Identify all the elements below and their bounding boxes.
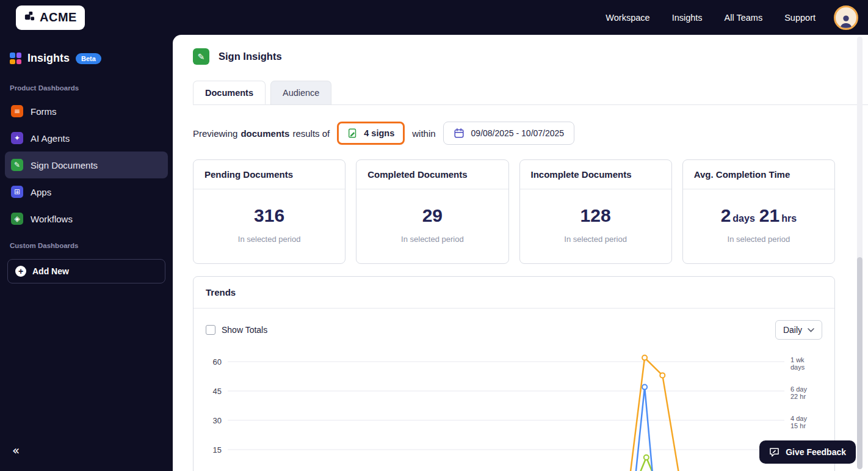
stat-title: Completed Documents: [356, 160, 508, 189]
svg-text:60: 60: [213, 357, 222, 367]
apps-icon: ⊞: [11, 186, 23, 198]
ai-agents-icon: ✦: [11, 132, 23, 144]
stat-caption: In selected period: [688, 235, 830, 244]
plus-icon: +: [15, 266, 26, 277]
sidebar-header: Insights Beta: [0, 35, 173, 75]
add-new-button[interactable]: + Add New: [7, 259, 165, 283]
person-icon: [838, 13, 854, 28]
stat-caption: In selected period: [198, 235, 340, 244]
signs-filter[interactable]: 4 signs: [337, 122, 405, 145]
acme-logo-icon: [24, 10, 35, 24]
stat-title: Avg. Completion Time: [683, 160, 834, 189]
forms-icon: ≡: [11, 105, 23, 117]
tab-audience[interactable]: Audience: [270, 81, 331, 104]
nav-all-teams[interactable]: All Teams: [725, 13, 763, 23]
svg-text:15: 15: [213, 445, 222, 455]
stat-value: 29: [361, 206, 503, 225]
chevron-down-icon: [808, 328, 814, 332]
preview-bold-word: documents: [241, 128, 289, 139]
stat-value: 2days21hrs: [688, 206, 830, 225]
sign-insights-icon: ✎: [193, 48, 209, 65]
sidebar-title: Insights: [27, 52, 70, 65]
preview-suffix: results of: [292, 128, 330, 139]
stat-card-pending: Pending Documents 316 In selected period: [193, 159, 345, 264]
svg-text:30: 30: [213, 416, 222, 425]
show-totals-toggle[interactable]: Show Totals: [206, 325, 267, 335]
date-range-picker[interactable]: 09/08/2025 - 10/07/2025: [443, 122, 575, 145]
sidebar-nav: ≡ Forms ✦ AI Agents ✎ Sign Documents ⊞ A…: [0, 98, 173, 232]
feedback-label: Give Feedback: [786, 447, 846, 457]
svg-text:6 day22 hr: 6 day22 hr: [790, 385, 807, 400]
date-range-label: 09/08/2025 - 10/07/2025: [471, 128, 565, 138]
nav-insights[interactable]: Insights: [672, 13, 703, 23]
stat-card-avg-completion: Avg. Completion Time 2days21hrs In selec…: [682, 159, 835, 264]
show-totals-label: Show Totals: [222, 325, 267, 335]
calendar-icon: [454, 128, 465, 139]
collapse-sidebar-button[interactable]: «: [12, 443, 20, 458]
add-new-label: Add New: [32, 266, 69, 276]
stat-value: 316: [198, 206, 340, 225]
feedback-icon: [769, 447, 779, 457]
sidebar-item-label: Forms: [31, 106, 57, 117]
interval-select[interactable]: Daily: [775, 320, 822, 340]
beta-badge: Beta: [76, 53, 101, 64]
page-title: Sign Insights: [219, 51, 282, 62]
stat-caption: In selected period: [361, 235, 503, 244]
trends-chart-area: 153045601 wkdays6 day22 hr4 day15 hr: [193, 348, 834, 471]
sidebar-item-label: Apps: [31, 187, 51, 197]
tab-bar: Documents Audience: [193, 81, 868, 105]
insights-icon: [10, 53, 21, 64]
nav-support[interactable]: Support: [784, 13, 816, 23]
stat-title: Pending Documents: [193, 160, 345, 189]
sidebar-item-sign-documents[interactable]: ✎ Sign Documents: [5, 152, 168, 178]
trends-card: Trends Show Totals Daily 153045601 wkday…: [193, 276, 835, 471]
scrollbar-thumb[interactable]: [857, 257, 863, 469]
stat-card-completed: Completed Documents 29 In selected perio…: [356, 159, 508, 264]
sign-documents-icon: ✎: [11, 159, 23, 171]
sidebar-item-ai-agents[interactable]: ✦ AI Agents: [5, 125, 168, 152]
acme-logo[interactable]: ACME: [16, 5, 85, 30]
trends-title: Trends: [193, 277, 834, 309]
preview-text: Previewing documents results of: [193, 128, 330, 139]
signs-count-label: 4 signs: [364, 128, 394, 138]
section-product-dashboards: Product Dashboards: [0, 75, 173, 98]
svg-text:45: 45: [213, 387, 222, 396]
sidebar-item-forms[interactable]: ≡ Forms: [5, 98, 168, 125]
sign-doc-icon: [347, 128, 358, 139]
stat-cards: Pending Documents 316 In selected period…: [193, 159, 835, 264]
give-feedback-button[interactable]: Give Feedback: [759, 440, 856, 464]
stat-caption: In selected period: [525, 235, 667, 244]
trends-chart: 153045601 wkdays6 day22 hr4 day15 hr: [206, 349, 823, 471]
stat-card-incomplete: Incomplete Documents 128 In selected per…: [519, 159, 672, 264]
tab-documents[interactable]: Documents: [193, 81, 266, 104]
topbar: ACME Workspace Insights All Teams Suppor…: [0, 0, 868, 35]
stat-value: 128: [525, 206, 667, 225]
svg-text:1 wkdays: 1 wkdays: [790, 356, 805, 371]
section-custom-dashboards: Custom Dashboards: [0, 232, 173, 255]
stat-title: Incomplete Documents: [520, 160, 671, 189]
sidebar-item-workflows[interactable]: ◈ Workflows: [5, 205, 168, 232]
sidebar-item-label: Sign Documents: [31, 160, 98, 170]
workflows-icon: ◈: [11, 213, 23, 225]
svg-text:4 day15 hr: 4 day15 hr: [790, 415, 807, 429]
brand-name: ACME: [40, 10, 77, 24]
sidebar-item-label: AI Agents: [31, 133, 70, 144]
sidebar-item-apps[interactable]: ⊞ Apps: [5, 178, 168, 205]
interval-value: Daily: [783, 325, 802, 335]
sidebar-item-label: Workflows: [31, 214, 73, 224]
nav-workspace[interactable]: Workspace: [606, 13, 649, 23]
preview-row: Previewing documents results of 4 signs …: [193, 122, 835, 145]
page-header: ✎ Sign Insights: [193, 48, 835, 65]
show-totals-checkbox[interactable]: [206, 325, 215, 335]
within-label: within: [412, 128, 435, 139]
scrollbar-track[interactable]: [857, 37, 863, 469]
main-panel: ✎ Sign Insights Documents Audience Previ…: [173, 35, 868, 471]
top-nav: Workspace Insights All Teams Support: [606, 5, 858, 30]
sidebar: Insights Beta Product Dashboards ≡ Forms…: [0, 35, 173, 471]
avatar[interactable]: [834, 5, 858, 30]
preview-prefix: Previewing: [193, 128, 237, 139]
